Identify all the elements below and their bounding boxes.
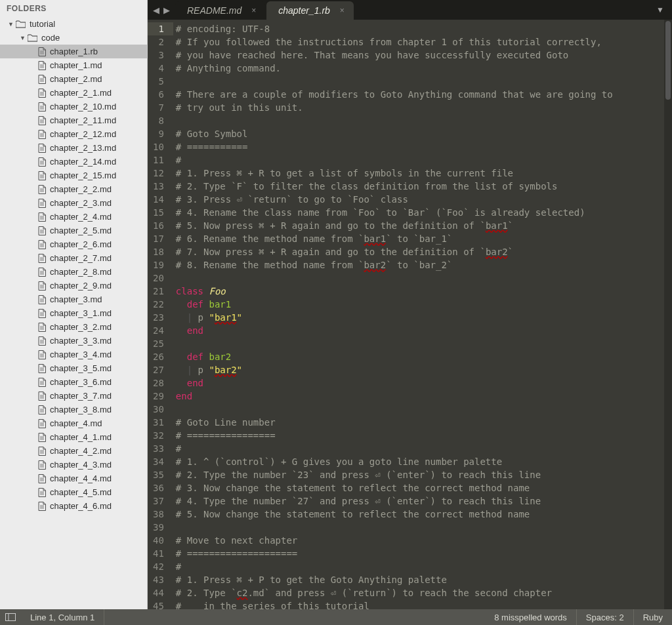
code-line[interactable]: end [176,324,664,337]
file-item[interactable]: chapter_2_3.md [0,196,147,210]
code-line[interactable]: # 6. Rename the method name from `bar1` … [176,232,664,245]
disclosure-arrow-icon[interactable]: ▼ [8,21,14,28]
code-line[interactable]: # 3. Now change the statement to reflect… [176,481,664,494]
file-item[interactable]: chapter_2_6.md [0,237,147,251]
code-line[interactable]: # 2. Type `c2.md` and press ⏎ (`return`)… [176,586,664,599]
file-item[interactable]: chapter_4_4.md [0,472,147,485]
code-line[interactable]: end [176,390,664,403]
file-item[interactable]: chapter_2_13.md [0,141,147,155]
file-item[interactable]: chapter_2_8.md [0,265,147,279]
code-line[interactable]: # If you followed the instructions from … [176,35,664,49]
line-number[interactable]: 17 [153,232,164,245]
line-number[interactable]: 8 [153,114,164,127]
code-line[interactable]: # [176,442,664,455]
code-line[interactable]: # [176,560,664,573]
line-number[interactable]: 45 [153,599,164,609]
file-item[interactable]: chapter_4_5.md [0,485,147,499]
close-icon[interactable]: × [340,6,345,15]
code-line[interactable]: # in the series of this tutorial [176,599,664,609]
file-item[interactable]: chapter_4_3.md [0,458,147,472]
code-line[interactable]: # try out in this unit. [176,101,664,114]
line-number[interactable]: 9 [153,127,164,140]
line-number[interactable]: 11 [153,153,164,167]
file-item[interactable]: chapter_2_15.md [0,169,147,182]
file-item[interactable]: chapter_3.md [0,292,147,306]
line-number[interactable]: 22 [153,298,164,311]
line-number[interactable]: 21 [153,285,164,298]
disclosure-arrow-icon[interactable]: ▼ [20,35,26,41]
code-line[interactable]: # 8. Rename the method name from `bar2` … [176,258,664,272]
nav-forward-icon[interactable]: ▶ [163,5,170,15]
line-number[interactable]: 28 [153,376,164,390]
file-item[interactable]: chapter_2_5.md [0,224,147,237]
file-item[interactable]: chapter_3_7.md [0,389,147,403]
file-item[interactable]: chapter_3_4.md [0,348,147,361]
status-indent[interactable]: Spaces: 2 [577,609,634,625]
line-number[interactable]: 29 [153,390,164,403]
line-number[interactable]: 12 [153,167,164,180]
line-gutter[interactable]: 1234567891011121314151617181920212223242… [148,20,173,609]
code-line[interactable]: | p "bar2" [176,363,664,376]
file-item[interactable]: chapter_2_1.md [0,86,147,100]
file-item[interactable]: chapter_3_5.md [0,361,147,375]
line-number[interactable]: 13 [153,180,164,193]
file-item[interactable]: chapter_3_1.md [0,306,147,320]
code-line[interactable] [176,521,664,534]
line-number[interactable]: 27 [153,363,164,376]
code-line[interactable]: # =========== [176,140,664,153]
file-item[interactable]: chapter_2.md [0,72,147,86]
code-line[interactable]: # 2. Type `F` to filter the class defini… [176,180,664,193]
file-item[interactable]: chapter_2_10.md [0,100,147,113]
code-line[interactable]: # 4. Type the number `27` and press ⏎ (`… [176,494,664,508]
code-line[interactable]: # 5. Now change the statement to reflect… [176,508,664,521]
line-number[interactable]: 24 [153,324,164,337]
file-item[interactable]: chapter_3_2.md [0,320,147,334]
tab[interactable]: chapter_1.rb× [266,1,354,20]
code-line[interactable]: end [176,376,664,390]
nav-back-icon[interactable]: ◀ [153,5,159,15]
file-item[interactable]: chapter_4.md [0,416,147,430]
code-line[interactable] [176,114,664,127]
line-number[interactable]: 2 [153,35,164,49]
file-item[interactable]: chapter_1.rb [0,45,147,58]
line-number[interactable]: 39 [153,521,164,534]
tab-overflow-button[interactable]: ▼ [648,0,672,20]
line-number[interactable]: 4 [153,62,164,75]
line-number[interactable]: 1 [148,22,173,35]
line-number[interactable]: 42 [153,560,164,573]
file-item[interactable]: chapter_2_12.md [0,127,147,141]
line-number[interactable]: 7 [153,101,164,114]
code-line[interactable]: # encoding: UTF-8 [176,22,664,35]
file-item[interactable]: chapter_2_2.md [0,182,147,196]
line-number[interactable]: 40 [153,534,164,547]
status-syntax[interactable]: Ruby [634,609,672,625]
line-number[interactable]: 32 [153,429,164,442]
line-number[interactable]: 10 [153,140,164,153]
file-item[interactable]: chapter_2_11.md [0,113,147,127]
line-number[interactable]: 30 [153,403,164,416]
line-number[interactable]: 18 [153,245,164,258]
status-spell[interactable]: 8 misspelled words [485,609,577,625]
line-number[interactable]: 5 [153,75,164,88]
folder-item[interactable]: ▼tutorial [0,17,147,31]
folder-item[interactable]: ▼code [0,31,147,45]
file-item[interactable]: chapter_2_14.md [0,155,147,169]
line-number[interactable]: 37 [153,494,164,508]
file-item[interactable]: chapter_3_8.md [0,403,147,416]
code-line[interactable]: # you have reached here. That means you … [176,49,664,62]
code-line[interactable]: # ================ [176,429,664,442]
code-line[interactable]: # 7. Now press ⌘ + R again and go to the… [176,245,664,258]
code-line[interactable]: # 1. Press ⌘ + R to get a list of symbol… [176,167,664,180]
code-line[interactable]: # Goto Line number [176,416,664,429]
file-item[interactable]: chapter_2_4.md [0,210,147,224]
code-line[interactable]: class Foo [176,285,664,298]
line-number[interactable]: 20 [153,272,164,285]
status-position[interactable]: Line 1, Column 1 [21,609,104,625]
line-number[interactable]: 33 [153,442,164,455]
line-number[interactable]: 16 [153,219,164,232]
line-number[interactable]: 25 [153,337,164,350]
file-item[interactable]: chapter_4_2.md [0,444,147,458]
folder-tree[interactable]: ▼tutorial▼codechapter_1.rbchapter_1.mdch… [0,17,147,609]
line-number[interactable]: 3 [153,49,164,62]
scrollbar-thumb[interactable] [665,21,671,100]
